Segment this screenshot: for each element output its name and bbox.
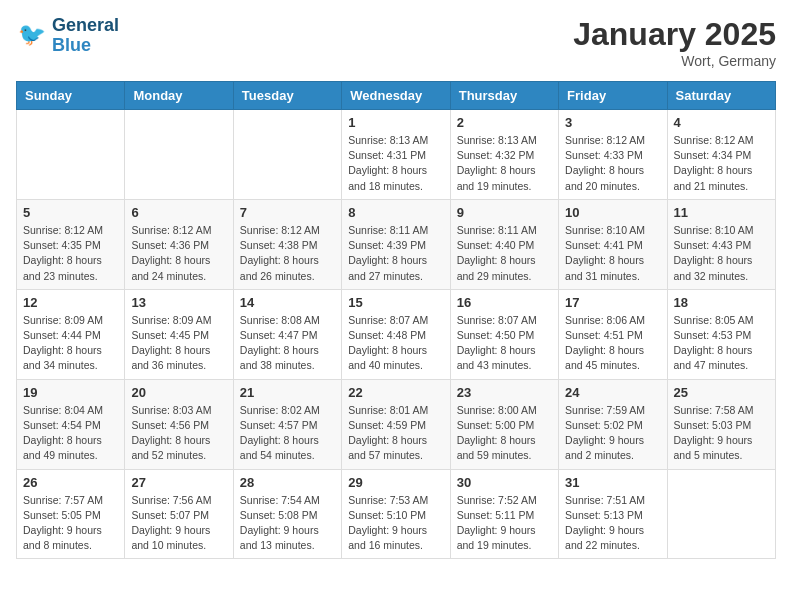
day-number: 3 [565, 115, 660, 130]
day-cell: 2Sunrise: 8:13 AM Sunset: 4:32 PM Daylig… [450, 110, 558, 200]
day-cell: 4Sunrise: 8:12 AM Sunset: 4:34 PM Daylig… [667, 110, 775, 200]
day-number: 22 [348, 385, 443, 400]
day-cell: 5Sunrise: 8:12 AM Sunset: 4:35 PM Daylig… [17, 199, 125, 289]
day-cell: 8Sunrise: 8:11 AM Sunset: 4:39 PM Daylig… [342, 199, 450, 289]
day-info: Sunrise: 8:11 AM Sunset: 4:39 PM Dayligh… [348, 223, 443, 284]
weekday-header-saturday: Saturday [667, 82, 775, 110]
day-cell: 28Sunrise: 7:54 AM Sunset: 5:08 PM Dayli… [233, 469, 341, 559]
day-cell: 16Sunrise: 8:07 AM Sunset: 4:50 PM Dayli… [450, 289, 558, 379]
day-number: 30 [457, 475, 552, 490]
day-number: 9 [457, 205, 552, 220]
day-number: 31 [565, 475, 660, 490]
day-cell: 13Sunrise: 8:09 AM Sunset: 4:45 PM Dayli… [125, 289, 233, 379]
day-cell: 22Sunrise: 8:01 AM Sunset: 4:59 PM Dayli… [342, 379, 450, 469]
calendar-body: 1Sunrise: 8:13 AM Sunset: 4:31 PM Daylig… [17, 110, 776, 559]
weekday-header-monday: Monday [125, 82, 233, 110]
day-number: 28 [240, 475, 335, 490]
day-cell: 27Sunrise: 7:56 AM Sunset: 5:07 PM Dayli… [125, 469, 233, 559]
day-number: 23 [457, 385, 552, 400]
day-cell [125, 110, 233, 200]
day-info: Sunrise: 8:12 AM Sunset: 4:33 PM Dayligh… [565, 133, 660, 194]
day-number: 27 [131, 475, 226, 490]
day-info: Sunrise: 7:51 AM Sunset: 5:13 PM Dayligh… [565, 493, 660, 554]
weekday-header-wednesday: Wednesday [342, 82, 450, 110]
day-cell: 6Sunrise: 8:12 AM Sunset: 4:36 PM Daylig… [125, 199, 233, 289]
day-number: 8 [348, 205, 443, 220]
day-info: Sunrise: 8:05 AM Sunset: 4:53 PM Dayligh… [674, 313, 769, 374]
day-info: Sunrise: 8:03 AM Sunset: 4:56 PM Dayligh… [131, 403, 226, 464]
weekday-header-tuesday: Tuesday [233, 82, 341, 110]
logo: 🐦 General Blue [16, 16, 119, 56]
day-number: 16 [457, 295, 552, 310]
weekday-header-sunday: Sunday [17, 82, 125, 110]
day-number: 14 [240, 295, 335, 310]
logo-icon: 🐦 [16, 20, 48, 52]
day-number: 19 [23, 385, 118, 400]
day-cell [233, 110, 341, 200]
day-number: 10 [565, 205, 660, 220]
day-cell: 9Sunrise: 8:11 AM Sunset: 4:40 PM Daylig… [450, 199, 558, 289]
svg-text:🐦: 🐦 [18, 21, 46, 48]
calendar: SundayMondayTuesdayWednesdayThursdayFrid… [16, 81, 776, 559]
day-number: 12 [23, 295, 118, 310]
day-number: 24 [565, 385, 660, 400]
day-cell: 20Sunrise: 8:03 AM Sunset: 4:56 PM Dayli… [125, 379, 233, 469]
day-info: Sunrise: 8:13 AM Sunset: 4:31 PM Dayligh… [348, 133, 443, 194]
day-info: Sunrise: 7:54 AM Sunset: 5:08 PM Dayligh… [240, 493, 335, 554]
month-title: January 2025 [573, 16, 776, 53]
day-number: 26 [23, 475, 118, 490]
weekday-header-thursday: Thursday [450, 82, 558, 110]
day-cell: 3Sunrise: 8:12 AM Sunset: 4:33 PM Daylig… [559, 110, 667, 200]
day-info: Sunrise: 8:11 AM Sunset: 4:40 PM Dayligh… [457, 223, 552, 284]
day-info: Sunrise: 8:09 AM Sunset: 4:45 PM Dayligh… [131, 313, 226, 374]
day-number: 13 [131, 295, 226, 310]
day-info: Sunrise: 8:13 AM Sunset: 4:32 PM Dayligh… [457, 133, 552, 194]
day-number: 4 [674, 115, 769, 130]
day-number: 20 [131, 385, 226, 400]
day-info: Sunrise: 7:56 AM Sunset: 5:07 PM Dayligh… [131, 493, 226, 554]
day-cell: 11Sunrise: 8:10 AM Sunset: 4:43 PM Dayli… [667, 199, 775, 289]
day-info: Sunrise: 8:06 AM Sunset: 4:51 PM Dayligh… [565, 313, 660, 374]
title-block: January 2025 Wort, Germany [573, 16, 776, 69]
day-cell: 23Sunrise: 8:00 AM Sunset: 5:00 PM Dayli… [450, 379, 558, 469]
day-cell: 18Sunrise: 8:05 AM Sunset: 4:53 PM Dayli… [667, 289, 775, 379]
day-number: 29 [348, 475, 443, 490]
day-info: Sunrise: 8:01 AM Sunset: 4:59 PM Dayligh… [348, 403, 443, 464]
day-number: 5 [23, 205, 118, 220]
day-info: Sunrise: 8:09 AM Sunset: 4:44 PM Dayligh… [23, 313, 118, 374]
day-number: 21 [240, 385, 335, 400]
day-number: 1 [348, 115, 443, 130]
day-number: 6 [131, 205, 226, 220]
day-info: Sunrise: 8:12 AM Sunset: 4:34 PM Dayligh… [674, 133, 769, 194]
weekday-header-row: SundayMondayTuesdayWednesdayThursdayFrid… [17, 82, 776, 110]
day-cell: 21Sunrise: 8:02 AM Sunset: 4:57 PM Dayli… [233, 379, 341, 469]
day-cell: 24Sunrise: 7:59 AM Sunset: 5:02 PM Dayli… [559, 379, 667, 469]
day-number: 17 [565, 295, 660, 310]
day-info: Sunrise: 7:57 AM Sunset: 5:05 PM Dayligh… [23, 493, 118, 554]
day-cell [17, 110, 125, 200]
day-cell: 30Sunrise: 7:52 AM Sunset: 5:11 PM Dayli… [450, 469, 558, 559]
day-cell [667, 469, 775, 559]
logo-text: General Blue [52, 16, 119, 56]
day-number: 7 [240, 205, 335, 220]
day-info: Sunrise: 8:00 AM Sunset: 5:00 PM Dayligh… [457, 403, 552, 464]
day-info: Sunrise: 8:10 AM Sunset: 4:41 PM Dayligh… [565, 223, 660, 284]
day-cell: 1Sunrise: 8:13 AM Sunset: 4:31 PM Daylig… [342, 110, 450, 200]
day-info: Sunrise: 8:08 AM Sunset: 4:47 PM Dayligh… [240, 313, 335, 374]
day-cell: 12Sunrise: 8:09 AM Sunset: 4:44 PM Dayli… [17, 289, 125, 379]
day-info: Sunrise: 8:07 AM Sunset: 4:48 PM Dayligh… [348, 313, 443, 374]
day-number: 15 [348, 295, 443, 310]
day-cell: 19Sunrise: 8:04 AM Sunset: 4:54 PM Dayli… [17, 379, 125, 469]
day-cell: 10Sunrise: 8:10 AM Sunset: 4:41 PM Dayli… [559, 199, 667, 289]
day-info: Sunrise: 8:02 AM Sunset: 4:57 PM Dayligh… [240, 403, 335, 464]
day-number: 18 [674, 295, 769, 310]
day-info: Sunrise: 8:04 AM Sunset: 4:54 PM Dayligh… [23, 403, 118, 464]
week-row-4: 19Sunrise: 8:04 AM Sunset: 4:54 PM Dayli… [17, 379, 776, 469]
week-row-3: 12Sunrise: 8:09 AM Sunset: 4:44 PM Dayli… [17, 289, 776, 379]
day-info: Sunrise: 8:12 AM Sunset: 4:36 PM Dayligh… [131, 223, 226, 284]
location: Wort, Germany [573, 53, 776, 69]
day-cell: 17Sunrise: 8:06 AM Sunset: 4:51 PM Dayli… [559, 289, 667, 379]
day-cell: 29Sunrise: 7:53 AM Sunset: 5:10 PM Dayli… [342, 469, 450, 559]
day-cell: 14Sunrise: 8:08 AM Sunset: 4:47 PM Dayli… [233, 289, 341, 379]
week-row-5: 26Sunrise: 7:57 AM Sunset: 5:05 PM Dayli… [17, 469, 776, 559]
